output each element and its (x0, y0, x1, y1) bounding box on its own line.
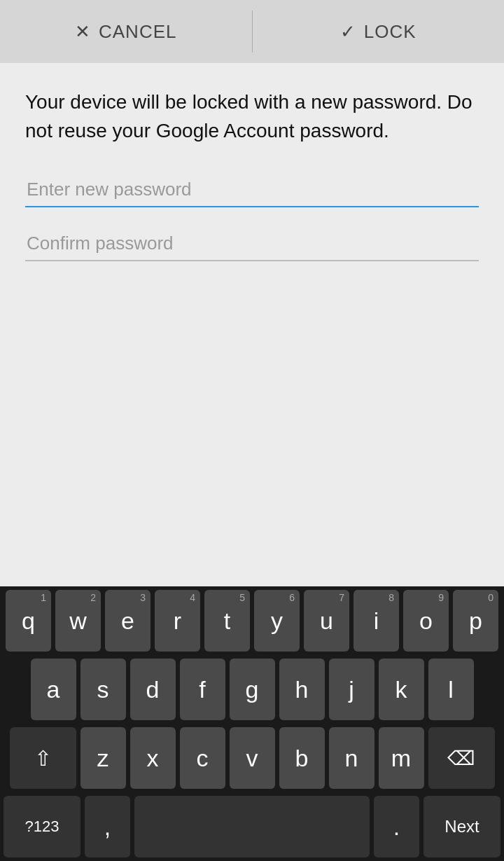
key-w[interactable]: 2w (55, 590, 101, 652)
key-p[interactable]: 0p (453, 590, 498, 652)
top-action-bar: ✕ CANCEL ✓ LOCK (0, 0, 504, 63)
period-key[interactable]: . (374, 796, 419, 857)
key-u[interactable]: 7u (304, 590, 349, 652)
key-v[interactable]: v (230, 727, 275, 789)
cancel-icon: ✕ (75, 21, 90, 43)
keyboard-row-1: 1q2w3e4r5t6y7u8i9o0p (0, 586, 504, 655)
key-r[interactable]: 4r (155, 590, 200, 652)
keyboard-row-4: ?123 , . Next (0, 792, 504, 861)
new-password-wrapper (25, 173, 479, 207)
lock-confirm-icon: ✓ (340, 21, 356, 43)
lock-label: LOCK (364, 21, 416, 43)
key-a[interactable]: a (31, 659, 76, 720)
key-q[interactable]: 1q (6, 590, 51, 652)
key-s[interactable]: s (80, 659, 126, 720)
key-y[interactable]: 6y (254, 590, 300, 652)
key-b[interactable]: b (279, 727, 325, 789)
symbols-key[interactable]: ?123 (4, 796, 80, 857)
lock-button[interactable]: ✓ LOCK (253, 0, 505, 63)
confirm-password-input[interactable] (25, 227, 479, 261)
shift-key[interactable]: ⇧ (10, 727, 76, 789)
cancel-button[interactable]: ✕ CANCEL (0, 0, 252, 63)
key-o[interactable]: 9o (403, 590, 449, 652)
content-area: Your device will be locked with a new pa… (0, 63, 504, 586)
backspace-icon: ⌫ (447, 747, 475, 770)
new-password-input[interactable] (25, 173, 479, 207)
confirm-password-wrapper (25, 227, 479, 261)
key-f[interactable]: f (180, 659, 225, 720)
comma-key[interactable]: , (85, 796, 130, 857)
key-i[interactable]: 8i (354, 590, 399, 652)
key-x[interactable]: x (130, 727, 176, 789)
key-h[interactable]: h (279, 659, 325, 720)
key-e[interactable]: 3e (105, 590, 150, 652)
next-key[interactable]: Next (424, 796, 500, 857)
keyboard: 1q2w3e4r5t6y7u8i9o0p asdfghjkl ⇧zxcvbnm⌫… (0, 586, 504, 861)
key-k[interactable]: k (379, 659, 424, 720)
key-z[interactable]: z (80, 727, 126, 789)
cancel-label: CANCEL (99, 21, 176, 43)
shift-icon: ⇧ (34, 746, 52, 771)
key-g[interactable]: g (230, 659, 275, 720)
keyboard-row-2: asdfghjkl (0, 655, 504, 724)
key-n[interactable]: n (329, 727, 374, 789)
keyboard-row-3: ⇧zxcvbnm⌫ (0, 724, 504, 792)
key-j[interactable]: j (329, 659, 374, 720)
password-inputs (25, 173, 479, 261)
space-key[interactable] (134, 796, 370, 857)
key-l[interactable]: l (428, 659, 474, 720)
key-d[interactable]: d (130, 659, 176, 720)
backspace-key[interactable]: ⌫ (428, 727, 495, 789)
key-m[interactable]: m (379, 727, 424, 789)
key-t[interactable]: 5t (204, 590, 250, 652)
description-text: Your device will be locked with a new pa… (25, 88, 479, 145)
key-c[interactable]: c (180, 727, 225, 789)
